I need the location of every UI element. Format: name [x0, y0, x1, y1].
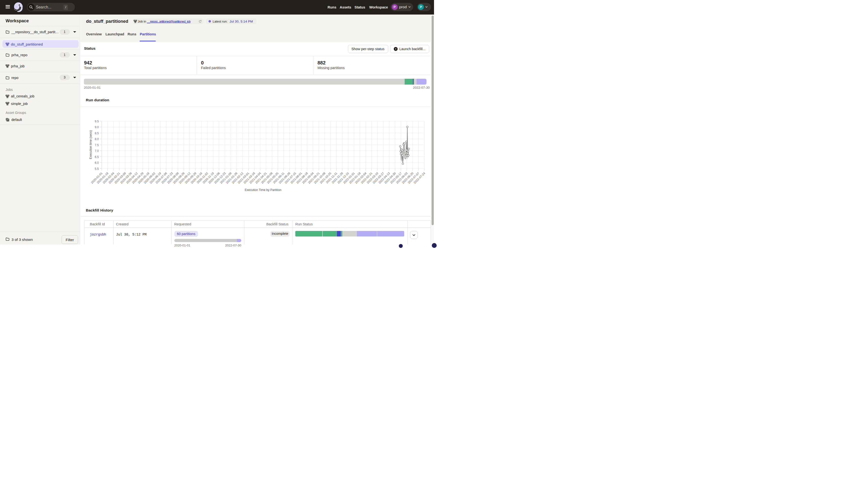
svg-text:7.0: 7.0	[95, 149, 99, 153]
svg-text:7.5: 7.5	[95, 143, 99, 147]
svg-text:Execution time (secs): Execution time (secs)	[89, 130, 92, 159]
svg-text:9.5: 9.5	[95, 120, 99, 123]
svg-text:6.5: 6.5	[95, 155, 99, 159]
svg-text:8.5: 8.5	[95, 132, 99, 135]
svg-text:8.0: 8.0	[95, 137, 99, 141]
svg-text:5.5: 5.5	[95, 167, 99, 171]
svg-text:6.0: 6.0	[95, 161, 99, 165]
svg-text:Execution Time by Partition: Execution Time by Partition	[245, 188, 281, 192]
svg-text:9.0: 9.0	[95, 126, 99, 129]
